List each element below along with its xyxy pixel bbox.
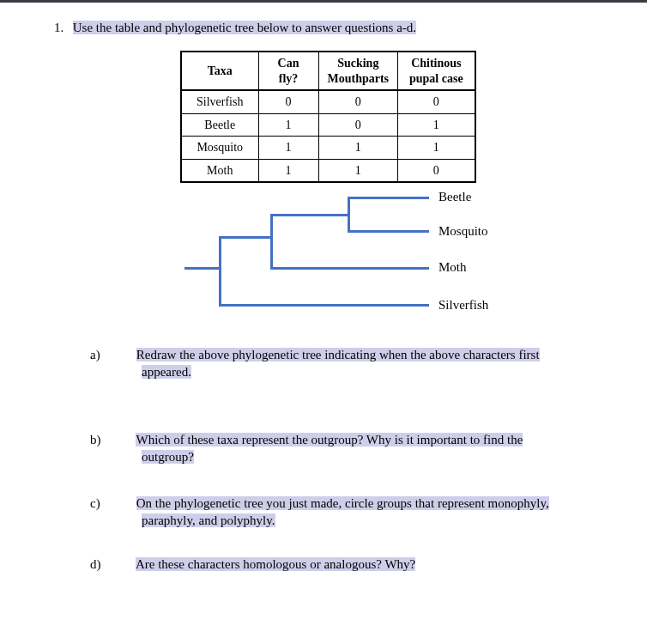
col-mouth-line2: Mouthparts <box>328 72 390 85</box>
cell-fly: 0 <box>258 90 318 113</box>
tree-branch <box>219 236 221 307</box>
subquestion-a: a) Redraw the above phylogenetic tree in… <box>116 346 596 381</box>
table-row: Beetle 1 0 1 <box>181 113 475 137</box>
subq-a-text-line2: appeared. <box>142 365 191 379</box>
cell-mouth: 1 <box>318 159 398 182</box>
cell-pupal: 0 <box>398 159 475 182</box>
subq-c-text-line2: paraphyly, and polyphyly. <box>142 513 275 527</box>
tree-branch <box>219 304 429 307</box>
table-row: Moth 1 1 0 <box>181 159 475 182</box>
cell-mouth: 0 <box>318 90 398 113</box>
tree-branch <box>270 214 273 270</box>
cell-pupal: 1 <box>398 113 475 137</box>
subq-a-text-line1: Redraw the above phylogenetic tree indic… <box>136 348 540 361</box>
question-number: 1. <box>54 21 70 35</box>
cell-mouth: 1 <box>318 137 398 160</box>
subq-b-text-line2: outgroup? <box>142 450 194 464</box>
subq-d-label: d) <box>116 556 133 573</box>
cell-taxa: Moth <box>181 159 258 182</box>
tree-branch <box>219 236 270 239</box>
question-intro-line: 1. Use the table and phylogenetic tree b… <box>73 21 596 35</box>
subq-a-label: a) <box>116 346 133 363</box>
table-row: Mosquito 1 1 1 <box>181 137 475 160</box>
cell-fly: 1 <box>258 159 318 182</box>
subq-c-text-line1: On the phylogenetic tree you just made, … <box>136 496 549 510</box>
subq-d-text: Are these characters homologous or analo… <box>136 557 415 571</box>
tree-branch <box>348 197 350 233</box>
character-table: Taxa Can fly? SuckingMouthparts Chitinou… <box>180 51 476 183</box>
table-header-row: Taxa Can fly? SuckingMouthparts Chitinou… <box>181 52 475 90</box>
cell-fly: 1 <box>258 113 318 137</box>
tree-tip-moth: Moth <box>438 260 467 275</box>
col-pupal-line1: Chitinous <box>411 57 461 70</box>
subquestion-b: b) Which of these taxa represent the out… <box>116 431 596 466</box>
tree-branch <box>348 197 429 199</box>
table-row: Silverfish 0 0 0 <box>181 90 475 113</box>
tree-branch <box>184 267 219 270</box>
phylogenetic-tree: Beetle Mosquito Moth Silverfish <box>184 197 545 317</box>
cell-taxa: Mosquito <box>181 137 258 160</box>
cell-mouth: 0 <box>318 113 398 137</box>
tree-tip-beetle: Beetle <box>438 190 471 204</box>
col-pupal: Chitinouspupal case <box>398 52 475 90</box>
cell-taxa: Silverfish <box>181 90 258 113</box>
tree-tip-silverfish: Silverfish <box>438 298 488 313</box>
cell-fly: 1 <box>258 137 318 160</box>
cell-taxa: Beetle <box>181 113 258 137</box>
col-pupal-line2: pupal case <box>409 72 463 85</box>
question-intro-text: Use the table and phylogenetic tree belo… <box>73 21 416 34</box>
tree-branch <box>270 214 348 216</box>
col-taxa: Taxa <box>181 52 258 90</box>
character-table-wrap: Taxa Can fly? SuckingMouthparts Chitinou… <box>180 51 596 183</box>
window-top-border <box>0 0 647 3</box>
page-content: 1. Use the table and phylogenetic tree b… <box>0 5 647 573</box>
subq-b-text-line1: Which of these taxa represent the outgro… <box>136 433 523 447</box>
col-fly: Can fly? <box>258 52 318 90</box>
col-mouth: SuckingMouthparts <box>318 52 398 90</box>
cell-pupal: 1 <box>398 137 475 160</box>
cell-pupal: 0 <box>398 90 475 113</box>
tree-tip-mosquito: Mosquito <box>438 224 488 239</box>
tree-branch <box>270 267 429 270</box>
col-mouth-line1: Sucking <box>337 57 378 70</box>
subquestion-d: d) Are these characters homologous or an… <box>116 556 596 573</box>
tree-branch <box>348 230 429 233</box>
subq-b-label: b) <box>116 431 133 448</box>
subquestion-c: c) On the phylogenetic tree you just mad… <box>116 495 596 530</box>
subq-c-label: c) <box>116 495 133 512</box>
